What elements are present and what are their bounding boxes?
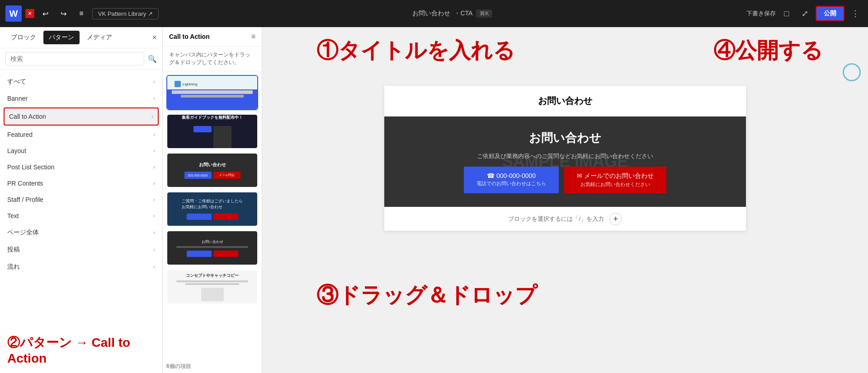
count-text: 6個の項目	[166, 363, 191, 369]
wp-logo-button[interactable]: W	[5, 5, 22, 22]
nav-item-pr-contents[interactable]: PR Contents ›	[0, 175, 162, 191]
device-icon: □	[784, 9, 789, 19]
expand-icon: ⤢	[802, 9, 808, 19]
pattern-thumb-2: 集客ガイドブックを無料配布中！	[167, 115, 257, 148]
email-label: ✉ メールでのお問い合わせ	[577, 172, 654, 180]
cta-subtitle: ご依頼及び業務内容へのご質問などお気軽にお問い合わせください	[477, 152, 653, 160]
nav-item-label: PR Contents	[7, 180, 43, 187]
nav-item-all[interactable]: すべて ›	[0, 73, 162, 90]
options-button[interactable]: ⋮	[848, 6, 863, 21]
search-input[interactable]	[5, 52, 144, 65]
pattern-count: 6個の項目	[163, 360, 262, 373]
page-title-text: お問い合わせ	[538, 96, 592, 106]
pattern-item-4[interactable]: ご質問・ご依頼はございましたらお気軽にお問い合わせ	[166, 191, 258, 227]
keyboard-shortcut: ⌘K	[476, 9, 492, 18]
chevron-right-icon: ›	[153, 131, 155, 138]
nav-item-text[interactable]: Text ›	[0, 208, 162, 224]
publish-button[interactable]: 公開	[816, 6, 844, 21]
bottom-annotation: ②パターン → Call to Action	[0, 327, 162, 373]
chevron-right-icon: ›	[153, 247, 155, 253]
search-area: 🔍	[0, 48, 162, 70]
pattern-item-1[interactable]: Lightning	[166, 75, 258, 110]
pattern-thumb-6: コンセプトやキャッチコピー	[167, 270, 257, 303]
phone-number: ☎ 000-000-0000	[487, 172, 536, 179]
chevron-right-icon: ›	[153, 79, 155, 85]
search-icon: 🔍	[148, 55, 157, 63]
pattern-thumb-3: お問い合わせ 000-000-0000 メール問合	[167, 154, 257, 187]
undo-button[interactable]: ↩	[38, 6, 52, 21]
sidebar-tabs: ブロック パターン メディア ×	[0, 27, 162, 48]
separator: ・CTA	[454, 9, 472, 18]
nav-item-label: ページ全体	[7, 228, 39, 237]
toolbar: W ✕ ↩ ↪ ≡ VK Pattern Library ↗ お問い合わせ ・C…	[0, 0, 868, 27]
search-button[interactable]: 🔍	[148, 55, 157, 63]
chevron-right-icon: ›	[153, 229, 155, 236]
tab-media-label: メディア	[87, 33, 112, 41]
close-editor-button[interactable]: ✕	[25, 9, 34, 18]
nav-item-label: Post List Section	[7, 163, 54, 171]
library-button[interactable]: VK Pattern Library ↗	[92, 8, 159, 19]
pattern-panel-title: Call to Action	[169, 33, 210, 40]
tab-block[interactable]: ブロック	[5, 31, 42, 44]
save-label: 下書き保存	[746, 10, 776, 17]
chevron-right-icon: ›	[153, 95, 155, 102]
annotation-2-text: ②パターン → Call to Action	[7, 334, 155, 366]
nav-item-post[interactable]: 投稿 ›	[0, 241, 162, 258]
pattern-item-3[interactable]: お問い合わせ 000-000-0000 メール問合	[166, 153, 258, 188]
redo-button[interactable]: ↪	[56, 6, 71, 21]
pattern-desc-text: キャンバス内にパターンをドラッグ＆ドロップしてください。	[169, 51, 250, 65]
cta-phone-button[interactable]: ☎ 000-000-0000 電話でのお問い合わせはこちら	[464, 167, 559, 193]
nav-item-featured[interactable]: Featured ›	[0, 126, 162, 143]
main-area: ブロック パターン メディア × 🔍 すべて ›	[0, 27, 868, 373]
chevron-right-icon: ›	[153, 180, 155, 186]
cta-email-button[interactable]: ✉ メールでのお問い合わせ お気軽にお問い合わせください	[564, 167, 666, 193]
nav-item-layout[interactable]: Layout ›	[0, 143, 162, 159]
pattern-panel: Call to Action ≡ キャンバス内にパターンをドラッグ＆ドロップして…	[163, 27, 262, 373]
options-icon: ⋮	[851, 9, 859, 19]
tab-media[interactable]: メディア	[81, 31, 118, 44]
email-sub: お気軽にお問い合わせください	[580, 181, 650, 188]
save-draft-button[interactable]: 下書き保存	[746, 9, 776, 18]
undo-icon: ↩	[42, 9, 48, 18]
page-content: お問い合わせ SAMPLE IMAGE お問い合わせ ご依頼及び業務内容へのご質…	[384, 86, 746, 231]
pattern-item-2[interactable]: 集客ガイドブックを無料配布中！	[166, 114, 258, 149]
nav-item-label: Layout	[7, 147, 26, 154]
block-hint-text: ブロックを選択するには「/」を入力	[508, 215, 604, 223]
nav-item-label: Call to Action	[9, 113, 46, 120]
tab-pattern[interactable]: パターン	[43, 31, 80, 44]
tab-pattern-label: パターン	[49, 33, 74, 41]
annotation-4: ④公開する	[713, 36, 823, 65]
chevron-right-icon: ›	[153, 264, 155, 270]
nav-item-banner[interactable]: Banner ›	[0, 90, 162, 107]
pattern-panel-header: Call to Action ≡	[163, 27, 262, 47]
list-view-icon: ≡	[79, 9, 83, 18]
nav-item-post-list[interactable]: Post List Section ›	[0, 159, 162, 175]
library-label: VK Pattern Library ↗	[98, 10, 153, 17]
nav-item-cta[interactable]: Call to Action ›	[4, 107, 159, 126]
page-title[interactable]: お問い合わせ	[384, 86, 746, 117]
cta-block[interactable]: SAMPLE IMAGE お問い合わせ ご依頼及び業務内容へのご質問などお気軽に…	[384, 117, 746, 207]
sidebar-close-button[interactable]: ×	[152, 33, 157, 42]
filter-icon: ≡	[251, 33, 255, 40]
close-icon: ✕	[28, 10, 32, 17]
block-hint: ブロックを選択するには「/」を入力 +	[384, 207, 746, 231]
toolbar-center: お問い合わせ ・CTA ⌘K	[162, 9, 743, 18]
nav-item-label: Banner	[7, 95, 28, 102]
pattern-thumb-1: Lightning	[167, 76, 257, 109]
list-view-button[interactable]: ≡	[74, 6, 89, 21]
pattern-item-6[interactable]: コンセプトやキャッチコピー	[166, 269, 258, 304]
canvas-area: ①タイトルを入れる ④公開する お問い合わせ SAMPLE IMAGE お問い合…	[262, 27, 868, 373]
nav-item-full-page[interactable]: ページ全体 ›	[0, 224, 162, 241]
nav-item-label: 投稿	[7, 246, 20, 254]
device-preview-button[interactable]: □	[779, 6, 794, 21]
expand-button[interactable]: ⤢	[797, 6, 812, 21]
nav-item-flow[interactable]: 流れ ›	[0, 258, 162, 275]
nav-item-staff-profile[interactable]: Staff / Profile ›	[0, 191, 162, 208]
filter-button[interactable]: ≡	[251, 33, 255, 41]
chevron-right-icon: ›	[151, 113, 153, 120]
pattern-list: Lightning 集客ガイドブックを無料配布中！	[163, 71, 262, 360]
pattern-item-5[interactable]: お問い合わせ	[166, 230, 258, 266]
spiral-decoration	[843, 63, 861, 81]
redo-icon: ↪	[61, 9, 66, 18]
add-block-button[interactable]: +	[609, 213, 622, 225]
